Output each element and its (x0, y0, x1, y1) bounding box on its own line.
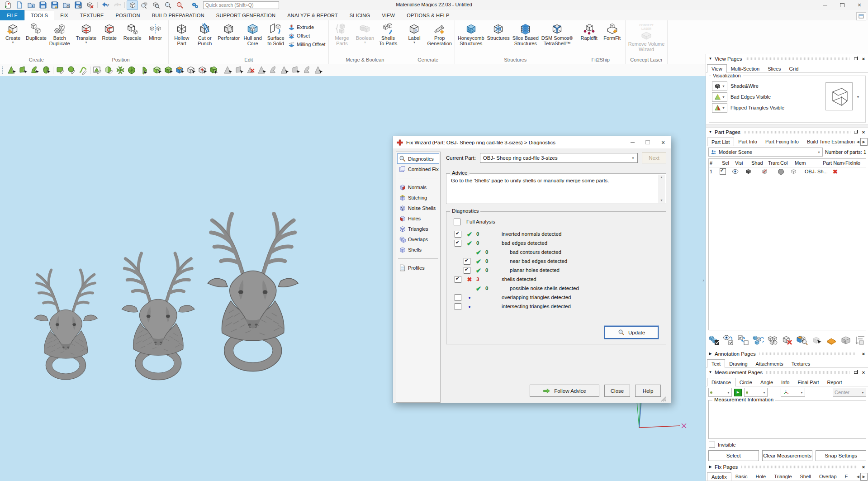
tab-report[interactable]: Report (823, 378, 846, 386)
model-sheep-ring-small[interactable] (34, 270, 97, 380)
nav-normals[interactable]: Normals (397, 182, 439, 192)
batch-duplicate-button[interactable]: Batch Duplicate (48, 22, 71, 47)
tab-scroll-left-icon[interactable]: ◀ (857, 140, 859, 144)
menu-slicing[interactable]: SLICING (344, 10, 376, 20)
preview-dropdown-icon[interactable]: ▼ (856, 95, 860, 99)
column-header[interactable]: Part Name (822, 160, 844, 166)
scroll-up-icon[interactable]: ▲ (660, 176, 663, 179)
point-mode-select-2[interactable]: ▼ (744, 388, 768, 397)
menu-build-preparation[interactable]: BUILD PREPARATION (146, 10, 210, 20)
menu-analyze-report[interactable]: ANALYZE & REPORT (281, 10, 344, 20)
invisible-checkbox[interactable] (709, 442, 715, 448)
unmark-plane-icon[interactable] (234, 65, 245, 76)
menu-texture[interactable]: TEXTURE (74, 10, 110, 20)
model-sheep-ring-medium[interactable] (122, 253, 194, 380)
machine-properties-icon[interactable] (839, 334, 852, 347)
diagnostic-checkbox[interactable] (455, 240, 461, 247)
copy-parts-icon[interactable] (766, 334, 779, 347)
mark-triangle-icon[interactable] (6, 65, 18, 76)
shade-wire-button[interactable]: ▼ (712, 81, 727, 91)
tab-circle[interactable]: Circle (735, 378, 756, 386)
part-name[interactable]: OBJ- Sh... (804, 169, 832, 174)
load-platform-icon[interactable] (61, 0, 72, 10)
minimize-ribbon-button[interactable] (856, 12, 866, 20)
tab-drawing[interactable]: Drawing (725, 360, 751, 367)
select-button[interactable]: Select (708, 450, 759, 461)
column-header[interactable]: Sel (721, 160, 734, 166)
formfit-button[interactable]: FormFit (601, 22, 624, 41)
column-header[interactable]: # (709, 160, 721, 166)
help-button[interactable]: Help (635, 385, 661, 397)
close-button[interactable] (851, 0, 868, 10)
pin-icon[interactable] (854, 130, 859, 134)
mark-window-surface-icon[interactable] (103, 65, 114, 76)
close-dialog-button[interactable]: Close (604, 385, 630, 397)
pin-icon[interactable] (854, 370, 859, 374)
prop-generation-button[interactable]: Prop Generation (426, 22, 453, 47)
extrude-button[interactable]: Extrude (288, 23, 325, 31)
dsm-somos-tetrashell-button[interactable]: DSM Somos® TetraShell™ (540, 22, 574, 47)
menu-options-help[interactable]: OPTIONS & HELP (401, 10, 455, 20)
diagnostic-checkbox[interactable] (464, 258, 470, 265)
column-header[interactable]: Visi (734, 160, 750, 166)
zoom-parts-icon[interactable] (795, 334, 808, 347)
rescale-button[interactable]: Rescale (121, 22, 144, 41)
snap-settings-button[interactable]: Snap Settings (816, 450, 866, 461)
full-analysis-checkbox[interactable] (454, 219, 460, 225)
part-tools-icon[interactable] (810, 334, 823, 347)
dialog-title-bar[interactable]: Fix Wizard (Part: OBJ- Sheep ring cad-fi… (393, 136, 671, 148)
select-visible-parts-icon[interactable] (722, 334, 735, 347)
tab-angle[interactable]: Angle (756, 378, 777, 386)
nav-combined-fix[interactable]: Combined Fix (397, 164, 439, 174)
platform-icon[interactable] (825, 334, 838, 347)
tab-overlap[interactable]: Overlap (815, 472, 841, 481)
label-button[interactable]: Label (403, 22, 426, 44)
open-file-icon[interactable] (25, 0, 37, 10)
zoom-selection-icon[interactable] (138, 0, 150, 10)
expand-arrow-icon[interactable]: ▶ (708, 465, 712, 469)
dialog-maximize-button[interactable] (640, 136, 655, 148)
fixinfo-error-icon[interactable] (833, 168, 838, 175)
tab-triangle[interactable]: Triangle (770, 472, 796, 481)
nav-noise-shells[interactable]: Noise Shells (397, 203, 439, 213)
tab-part-info[interactable]: Part Info (734, 138, 761, 146)
import-part-icon[interactable] (2, 0, 13, 10)
select-shell-icon[interactable] (163, 65, 174, 76)
offset-button[interactable]: Offset (288, 32, 325, 40)
column-header[interactable]: Shad (750, 160, 767, 166)
mark-freeform-icon[interactable] (77, 65, 89, 76)
part-row[interactable]: 1 OBJ- Sh... (709, 167, 866, 176)
mark-window-triangles-icon[interactable] (92, 65, 103, 76)
unmark-triangle-icon[interactable] (223, 65, 234, 76)
unmark-window-icon[interactable] (279, 65, 290, 76)
unmark-fan-icon[interactable] (313, 65, 324, 76)
tab-grid[interactable]: Grid (785, 65, 803, 72)
table-options-icon[interactable]: ▼ (854, 162, 866, 166)
panel-collapse-handle[interactable]: › (701, 274, 706, 286)
mark-disc-icon[interactable] (126, 65, 137, 76)
undo-button[interactable]: ▾ (100, 0, 111, 10)
save-icon[interactable] (37, 0, 48, 10)
scene-select[interactable]: Modeler Scene ▼ (708, 148, 823, 157)
rapidfit-button[interactable]: Rapidfit (578, 22, 601, 41)
tab-scroll-left-icon[interactable]: ◀ (857, 475, 859, 479)
tab-scroll-right-icon[interactable]: ▶ (860, 473, 868, 481)
zoom-in-icon[interactable] (162, 0, 173, 10)
mark-surface-icon[interactable] (29, 65, 40, 76)
axis-mode-select[interactable]: ▼ (781, 388, 805, 397)
menu-position[interactable]: POSITION (110, 10, 146, 20)
mirror-button[interactable]: Mirror (144, 22, 167, 41)
toolbar-drag-handle[interactable] (2, 67, 4, 74)
scroll-down-icon[interactable]: ▼ (660, 199, 663, 202)
tab-multi-section[interactable]: Multi-Section (727, 65, 764, 72)
tab-attachments[interactable]: Attachments (752, 360, 787, 367)
deselect-all-parts-icon[interactable] (737, 334, 750, 347)
shade-mode-icon[interactable] (745, 168, 752, 175)
dialog-minimize-button[interactable] (625, 136, 640, 148)
model-sheep-ring-large[interactable] (208, 214, 298, 371)
nav-diagnostics[interactable]: Diagnostics (397, 153, 439, 164)
tab-text[interactable]: Text (707, 359, 725, 368)
close-panel-icon[interactable] (861, 351, 866, 357)
nav-holes[interactable]: Holes (397, 213, 439, 224)
tab-scroll-right-icon[interactable]: ▶ (860, 138, 868, 146)
